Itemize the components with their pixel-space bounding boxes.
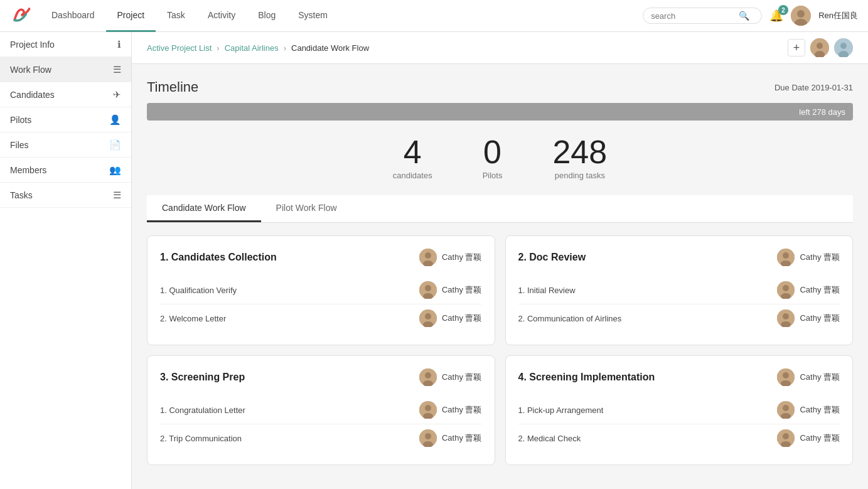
card-3-row-2-username: Cathy 曹颖 (442, 433, 482, 444)
workflow-card-3: 3. Screening Prep Cathy 曹颖 1. Congratula… (147, 355, 495, 465)
card-3-title: 3. Screening Prep (160, 372, 245, 383)
sidebar-item-files[interactable]: Files 📄 (0, 132, 131, 158)
add-button[interactable]: + (788, 39, 805, 56)
members-icon: 👥 (109, 164, 121, 176)
nav-project[interactable]: Project (106, 0, 156, 32)
stat-pilots-label: Pilots (483, 171, 503, 180)
card-4-row-2-username: Cathy 曹颖 (800, 433, 840, 444)
card-4-owner-name: Cathy 曹颖 (800, 372, 840, 383)
timeline-title: Timeline (147, 79, 198, 95)
card-3-row-1-avatar (419, 401, 437, 419)
card-1-owner-avatar (419, 249, 437, 266)
search-icon: 🔍 (739, 11, 749, 21)
notification-badge: 2 (778, 5, 788, 15)
collab-avatar-1[interactable] (810, 38, 829, 57)
card-4-row-1-label: 1. Pick-up Arrangement (518, 406, 604, 415)
sidebar-label-pilots: Pilots (10, 115, 31, 125)
breadcrumb-sep-2: › (284, 43, 286, 53)
stat-candidates: 4 candidates (393, 136, 432, 180)
card-2-row-2-label: 2. Communication of Airlines (518, 314, 622, 323)
breadcrumb-current: Candidate Work Flow (291, 43, 369, 53)
workflow-card-2: 2. Doc Review Cathy 曹颖 1. Initial Review (505, 235, 854, 345)
workflow-cards-grid: 1. Candidates Collection Cathy 曹颖 1. Qua… (147, 235, 853, 465)
breadcrumb-sep-1: › (217, 43, 219, 53)
nav-task[interactable]: Task (156, 0, 196, 32)
card-2-title: 2. Doc Review (518, 252, 586, 263)
card-3-row-2[interactable]: 2. Trip Communication Cathy 曹颖 (160, 424, 482, 452)
svg-point-1 (797, 10, 805, 18)
card-4-row-2-avatar (777, 429, 795, 447)
sidebar-item-work-flow[interactable]: Work Flow ☰ (0, 57, 131, 82)
svg-point-25 (783, 313, 789, 320)
top-navigation: Dashboard Project Task Activity Blog Sys… (0, 0, 868, 32)
card-2-owner: Cathy 曹颖 (777, 249, 840, 266)
card-4-row-2-user: Cathy 曹颖 (777, 429, 840, 447)
card-2-owner-avatar (777, 249, 795, 266)
card-1-row-1-username: Cathy 曹颖 (442, 284, 482, 296)
stat-candidates-label: candidates (393, 171, 432, 180)
card-4-row-2-label: 2. Medical Check (518, 434, 581, 443)
card-2-row-2-user: Cathy 曹颖 (777, 309, 840, 327)
breadcrumb-link-active-project[interactable]: Active Project List (147, 43, 212, 53)
card-2-row-1-username: Cathy 曹颖 (800, 284, 840, 296)
tab-candidate-workflow[interactable]: Candidate Work Flow (147, 195, 261, 222)
card-1-row-2-user: Cathy 曹颖 (419, 309, 482, 327)
workflow-icon: ☰ (113, 64, 121, 75)
card-4-row-1-avatar (777, 401, 795, 419)
card-2-row-2-username: Cathy 曹颖 (800, 313, 840, 324)
card-1-title: 1. Candidates Collection (160, 252, 277, 263)
card-1-row-2[interactable]: 2. Welcome Letter Cathy 曹颖 (160, 304, 482, 332)
sidebar-item-candidates[interactable]: Candidates ✈ (0, 82, 131, 107)
username-label[interactable]: Ren任国良 (818, 10, 858, 21)
card-3-row-1[interactable]: 1. Congratulation Letter Cathy 曹颖 (160, 396, 482, 424)
tab-pilot-workflow[interactable]: Pilot Work Flow (261, 195, 352, 222)
timeline-bar: left 278 days (147, 103, 853, 121)
files-icon: 📄 (109, 139, 121, 151)
workflow-card-1: 1. Candidates Collection Cathy 曹颖 1. Qua… (147, 235, 495, 345)
nav-blog[interactable]: Blog (247, 0, 287, 32)
card-4-row-1[interactable]: 1. Pick-up Arrangement Cathy 曹颖 (518, 396, 840, 424)
card-2-row-1-user: Cathy 曹颖 (777, 281, 840, 299)
svg-point-16 (425, 313, 431, 320)
svg-point-13 (425, 285, 431, 291)
nav-activity[interactable]: Activity (196, 0, 247, 32)
card-4-owner-avatar (777, 368, 795, 386)
search-input[interactable] (651, 11, 739, 21)
card-1-owner: Cathy 曹颖 (419, 249, 482, 266)
bell-button[interactable]: 🔔 2 (769, 9, 783, 23)
breadcrumb-bar: Active Project List › Capital Airlines ›… (132, 32, 868, 64)
card-2-row-2[interactable]: 2. Communication of Airlines Cathy 曹颖 (518, 304, 840, 332)
svg-point-28 (425, 372, 431, 379)
svg-point-43 (783, 433, 789, 439)
sidebar-item-members[interactable]: Members 👥 (0, 158, 131, 183)
timeline-header: Timeline Due Date 2019-01-31 (147, 79, 853, 95)
breadcrumb-link-capital-airlines[interactable]: Capital Airlines (225, 43, 279, 53)
card-2-header: 2. Doc Review Cathy 曹颖 (518, 249, 840, 266)
page-content: Timeline Due Date 2019-01-31 left 278 da… (132, 64, 868, 480)
sidebar: Project Info ℹ Work Flow ☰ Candidates ✈ … (0, 32, 132, 489)
card-1-row-1-label: 1. Qualification Verify (160, 286, 237, 295)
svg-point-10 (425, 252, 431, 259)
sidebar-item-pilots[interactable]: Pilots 👤 (0, 107, 131, 132)
timeline-bar-label: left 278 days (799, 107, 845, 117)
candidates-icon: ✈ (113, 89, 121, 100)
sidebar-item-tasks[interactable]: Tasks ☰ (0, 183, 131, 208)
card-2-row-1[interactable]: 1. Initial Review Cathy 曹颖 (518, 276, 840, 304)
stat-candidates-number: 4 (393, 136, 432, 168)
card-1-row-2-username: Cathy 曹颖 (442, 313, 482, 324)
card-1-row-1[interactable]: 1. Qualification Verify Cathy 曹颖 (160, 276, 482, 304)
nav-system[interactable]: System (287, 0, 339, 32)
card-4-row-2[interactable]: 2. Medical Check Cathy 曹颖 (518, 424, 840, 452)
sidebar-label-files: Files (10, 140, 29, 150)
stat-pending-tasks: 248 pending tasks (552, 136, 607, 180)
stats-row: 4 candidates 0 Pilots 248 pending tasks (147, 136, 853, 180)
logo[interactable] (10, 3, 40, 28)
collab-avatar-2[interactable] (834, 38, 853, 57)
workflow-tabs: Candidate Work Flow Pilot Work Flow (147, 195, 853, 223)
card-4-row-1-user: Cathy 曹颖 (777, 401, 840, 419)
card-2-owner-name: Cathy 曹颖 (800, 252, 840, 263)
sidebar-item-project-info[interactable]: Project Info ℹ (0, 32, 131, 57)
nav-dashboard[interactable]: Dashboard (40, 0, 106, 32)
stat-pending-number: 248 (552, 136, 607, 168)
avatar-primary[interactable] (791, 6, 811, 26)
